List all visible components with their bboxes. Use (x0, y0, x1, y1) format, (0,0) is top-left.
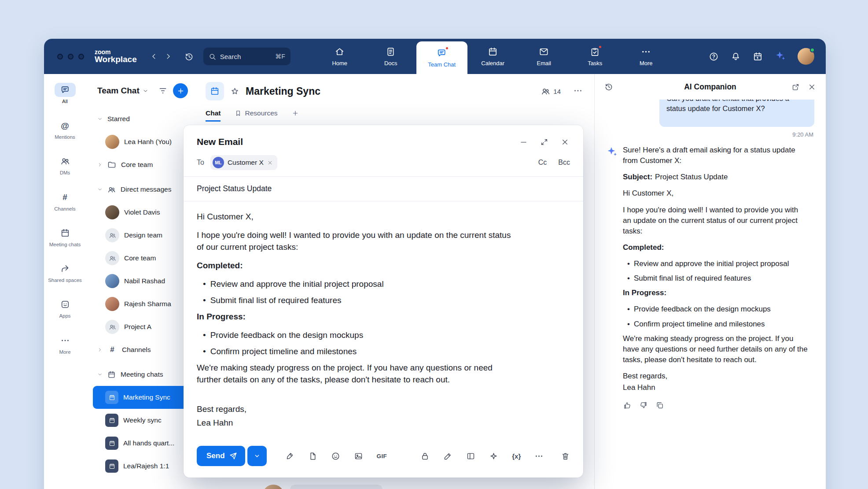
tab-chat[interactable]: Chat (206, 109, 221, 122)
thumbs-down-button[interactable] (639, 401, 648, 410)
close-icon (561, 138, 569, 146)
ai-completed-heading: Completed: (623, 242, 808, 253)
thumbs-up-button[interactable] (623, 401, 632, 410)
search-input[interactable]: Search ⌘F (203, 48, 291, 65)
more-tools-button[interactable] (534, 452, 544, 461)
encrypt-button[interactable] (420, 452, 430, 461)
new-chat-button[interactable] (173, 83, 188, 98)
ai-compose-button[interactable] (489, 452, 498, 461)
group-avatar (105, 228, 119, 242)
bullet-dot: • (627, 304, 630, 315)
chat-item-violet-davis[interactable]: Violet Davis (93, 201, 191, 224)
favorite-button[interactable] (230, 87, 239, 96)
insert-image-button[interactable] (354, 452, 363, 461)
top-navigation: Home Docs Team Chat Calendar (314, 39, 672, 74)
calendar-icon (488, 47, 498, 57)
window-close-button[interactable] (57, 54, 63, 59)
rail-item-dms[interactable]: DMs (46, 154, 85, 176)
meeting-icon (105, 414, 118, 427)
left-rail: All @ Mentions DMs # Channels Meeting (44, 74, 86, 489)
members-button[interactable]: 14 (541, 87, 561, 96)
chat-item-core-team[interactable]: Core team (93, 247, 191, 270)
chat-more-button[interactable] (573, 86, 583, 97)
notifications-button[interactable] (731, 52, 741, 62)
rail-item-shared-spaces[interactable]: Shared spaces (46, 262, 85, 283)
recipient-chip[interactable]: ML Customer X (210, 155, 277, 170)
remove-recipient-button[interactable] (267, 160, 273, 166)
ai-close-button[interactable] (808, 83, 816, 91)
team-chat-dropdown[interactable]: Team Chat (97, 86, 148, 96)
help-button[interactable] (709, 52, 719, 62)
close-button[interactable] (561, 138, 569, 146)
gif-button[interactable]: GIF (377, 453, 387, 459)
section-label: Meeting chats (121, 370, 163, 378)
template-button[interactable] (466, 452, 475, 461)
subject-value: Project Status Update (655, 173, 728, 181)
send-button[interactable]: Send (197, 446, 245, 466)
meeting-icon (105, 391, 118, 404)
rail-item-meeting-chats[interactable]: Meeting chats (46, 226, 85, 248)
nav-email[interactable]: Email (519, 39, 570, 74)
chevron-right-icon (164, 52, 172, 60)
chat-item-lea-rajesh[interactable]: Lea/Rajesh 1:1 (93, 455, 191, 478)
rail-item-apps[interactable]: Apps (46, 297, 85, 319)
tasks-icon (590, 47, 600, 57)
nav-team-chat[interactable]: Team Chat (416, 41, 467, 74)
chat-item-design-team[interactable]: Design team (93, 224, 191, 247)
tab-resources[interactable]: Resources (235, 109, 277, 122)
rail-item-channels[interactable]: # Channels (46, 190, 85, 212)
minimize-button[interactable] (519, 138, 528, 146)
bcc-button[interactable]: Bcc (558, 159, 570, 167)
to-field[interactable]: To ML Customer X Cc Bcc (184, 153, 583, 177)
group-avatar (105, 251, 119, 265)
attach-file-button[interactable] (308, 452, 317, 461)
chat-item-lea-hanh[interactable]: Lea Hanh (You) (93, 130, 191, 153)
message-timestamp: 9:20 AM (607, 131, 813, 138)
add-tab-button[interactable] (292, 110, 299, 121)
schedule-button[interactable] (753, 52, 763, 62)
window-minimize-button[interactable] (68, 54, 74, 59)
history-button[interactable] (184, 52, 194, 61)
rail-item-more[interactable]: More (46, 333, 85, 355)
folder-core-team[interactable]: Core team (93, 153, 191, 176)
chat-item-weekly-sync[interactable]: Weekly sync (93, 409, 191, 432)
nav-calendar[interactable]: Calendar (467, 39, 519, 74)
ai-response-text: Sure! Here's a draft email asking for a … (623, 145, 814, 410)
folder-channels[interactable]: # Channels (93, 338, 191, 361)
subject-field[interactable]: Project Status Update (184, 177, 583, 201)
variables-button[interactable]: {x} (512, 452, 521, 460)
signature-button[interactable] (285, 452, 294, 461)
chat-item-rajesh-sharma[interactable]: Rajesh Sharma (93, 293, 191, 315)
back-button[interactable] (150, 52, 158, 60)
ai-companion-button[interactable] (775, 50, 786, 63)
filter-button[interactable] (158, 86, 167, 95)
chat-tabs: Chat Resources (194, 102, 594, 122)
ai-history-button[interactable] (604, 82, 613, 91)
chat-item-all-hands[interactable]: All hands quart... (93, 432, 191, 455)
copy-button[interactable] (655, 401, 664, 410)
forward-button[interactable] (164, 52, 172, 60)
chat-item-marketing-sync[interactable]: Marketing Sync (93, 386, 190, 409)
chat-item-project-a[interactable]: Project A (93, 315, 191, 338)
emoji-button[interactable] (331, 452, 340, 461)
section-direct-messages[interactable]: Direct messages (93, 178, 191, 201)
email-body-editor[interactable]: Hi Customer X, I hope you're doing well!… (184, 201, 583, 439)
chat-item-nabil-rashad[interactable]: Nabil Rashad (93, 270, 191, 293)
send-options-button[interactable] (247, 446, 267, 466)
ai-open-in-new-button[interactable] (791, 83, 800, 91)
nav-tasks[interactable]: Tasks (570, 39, 621, 74)
edit-button[interactable] (443, 452, 452, 461)
rail-item-mentions[interactable]: @ Mentions (46, 119, 85, 140)
profile-avatar[interactable] (798, 48, 814, 65)
nav-docs[interactable]: Docs (365, 39, 416, 74)
nav-more[interactable]: More (621, 39, 672, 74)
nav-home[interactable]: Home (314, 39, 365, 74)
window-zoom-button[interactable] (78, 54, 84, 59)
cc-button[interactable]: Cc (538, 159, 547, 167)
team-chat-icon (437, 48, 447, 59)
section-meeting-chats[interactable]: Meeting chats (93, 363, 191, 386)
discard-button[interactable] (561, 452, 570, 461)
section-starred[interactable]: Starred (93, 107, 191, 130)
expand-button[interactable] (540, 138, 548, 146)
rail-item-all[interactable]: All (46, 83, 85, 104)
